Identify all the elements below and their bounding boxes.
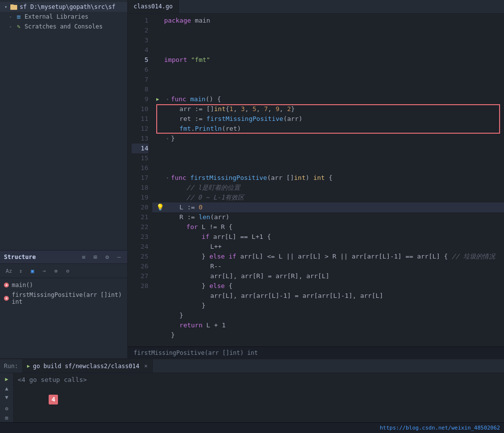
editor-area: class014.go 1 2 3 4 5 6 7 8 9 10 11 12 1… bbox=[128, 0, 504, 358]
sidebar-item-sf-label: sf D:\mysetup\gopath\src\sf bbox=[20, 3, 115, 10]
ln-8: 8 bbox=[132, 85, 148, 94]
run-tab-label: go build sf/newclass2/class014 bbox=[33, 363, 140, 370]
struct-btn-2[interactable]: ↕ bbox=[16, 266, 26, 276]
code-area[interactable]: package main import "fmt" bbox=[152, 14, 504, 346]
structure-close-btn[interactable]: — bbox=[114, 253, 123, 261]
ln-21: 21 bbox=[132, 212, 148, 222]
code-line-25: } bbox=[156, 311, 500, 320]
run-tab-bar: Run: ▶ go build sf/newclass2/class014 ✕ bbox=[0, 359, 504, 373]
editor-content: 1 2 3 4 5 6 7 8 9 10 11 12 13 14 15 16 1… bbox=[128, 14, 504, 346]
run-filter-btn[interactable]: ⊞ bbox=[2, 414, 12, 422]
structure-item-firstmissing-label: firstMissingPositive(arr []int) int bbox=[12, 291, 123, 305]
sidebar: ▾ sf D:\mysetup\gopath\src\sf ▸ ≡ Extern… bbox=[0, 0, 128, 358]
code-line-9: ▾ } bbox=[156, 134, 500, 144]
code-line-24: ▾ } bbox=[156, 301, 500, 311]
code-line-14: 💡 L := 0 bbox=[152, 202, 504, 212]
code-line-8: fmt.Println(ret) bbox=[156, 124, 500, 134]
editor-tabs: class014.go bbox=[128, 0, 504, 14]
code-line-16: ▾ for L != R { bbox=[156, 222, 500, 232]
ln-17: 17 bbox=[132, 173, 148, 183]
folder-icon bbox=[10, 3, 18, 11]
ln-10: 10 bbox=[132, 104, 148, 114]
struct-btn-6[interactable]: ⊖ bbox=[63, 266, 73, 276]
run-down-btn[interactable]: ▼ bbox=[2, 394, 12, 402]
code-line-3: import "fmt" bbox=[156, 55, 500, 65]
run-tab-close-icon[interactable]: ✕ bbox=[144, 363, 148, 369]
run-play-btn[interactable]: ▶ bbox=[2, 375, 12, 383]
folder-arrow-icon-2: ▸ bbox=[8, 14, 14, 20]
editor-tab-label: class014.go bbox=[134, 3, 172, 10]
sidebar-item-external-libraries[interactable]: ▸ ≡ External Libraries bbox=[0, 12, 127, 22]
ln-5: 5 bbox=[132, 55, 148, 65]
code-line-17: ▾ if arr[L] == L+1 { bbox=[156, 232, 500, 242]
structure-icons-row: Az ↕ ▣ → ⊕ ⊖ bbox=[0, 264, 127, 278]
run-output-line-3 bbox=[18, 414, 500, 422]
code-line-10 bbox=[156, 144, 500, 173]
ln-19: 19 bbox=[132, 193, 148, 202]
fold-9[interactable]: ▾ bbox=[164, 135, 171, 142]
code-line-11: ▾ func firstMissingPositive(arr []int) i… bbox=[156, 173, 500, 183]
selection-group: arr := []int{1, 3, 5, 7, 9, 2} ret := fi… bbox=[156, 104, 500, 134]
structure-sort-btn[interactable]: ≡ bbox=[79, 253, 88, 261]
line-numbers: 1 2 3 4 5 6 7 8 9 10 11 12 13 14 15 16 1… bbox=[128, 14, 152, 346]
ln-14: 14 bbox=[132, 144, 148, 153]
sidebar-tree: ▾ sf D:\mysetup\gopath\src\sf ▸ ≡ Extern… bbox=[0, 0, 127, 250]
scratch-icon: ✎ bbox=[15, 23, 23, 30]
sidebar-item-scratches-label: Scratches and Consoles bbox=[25, 23, 103, 30]
run-output-line-1: <4 go setup calls> bbox=[18, 375, 500, 385]
code-line-19: ▾ } else if arr[L] <= L || arr[L] > R ||… bbox=[156, 252, 500, 261]
ln-6: 6 bbox=[132, 65, 148, 75]
result-badge: 4 bbox=[49, 395, 58, 404]
ln-2: 2 bbox=[132, 26, 148, 35]
run-output: <4 go setup calls> 4 Process finished wi… bbox=[14, 373, 504, 422]
run-icon: ▶ bbox=[27, 363, 30, 369]
struct-btn-4[interactable]: → bbox=[39, 266, 49, 276]
sidebar-item-scratches[interactable]: ▸ ✎ Scratches and Consoles bbox=[0, 22, 127, 31]
svg-rect-1 bbox=[10, 4, 14, 6]
ln-26: 26 bbox=[132, 261, 148, 271]
struct-btn-5[interactable]: ⊕ bbox=[51, 266, 61, 276]
code-line-18: L++ bbox=[156, 242, 500, 252]
structure-settings-btn[interactable]: ⚙ bbox=[103, 253, 112, 261]
fold-11[interactable]: ▾ bbox=[164, 174, 171, 181]
ln-15: 15 bbox=[132, 153, 148, 163]
sidebar-item-sf[interactable]: ▾ sf D:\mysetup\gopath\src\sf bbox=[0, 2, 127, 12]
structure-item-main[interactable]: a main() bbox=[0, 280, 127, 290]
ln-28: 28 bbox=[132, 281, 148, 291]
code-line-2 bbox=[156, 26, 500, 55]
ln-22: 22 bbox=[132, 222, 148, 232]
structure-item-firstmissing[interactable]: a firstMissingPositive(arr []int) int bbox=[0, 290, 127, 307]
structure-toolbar: ≡ ⊞ ⚙ — bbox=[79, 253, 123, 261]
editor-tab-class014[interactable]: class014.go bbox=[128, 0, 179, 13]
structure-item-main-label: main() bbox=[12, 282, 33, 289]
struct-btn-3[interactable]: ▣ bbox=[28, 266, 37, 276]
editor-status-text: firstMissingPositive(arr []int) int bbox=[134, 349, 258, 356]
sidebar-item-external-libraries-label: External Libraries bbox=[25, 13, 88, 20]
run-label: Run: bbox=[0, 363, 22, 370]
ln-16: 16 bbox=[132, 163, 148, 173]
structure-group-btn[interactable]: ⊞ bbox=[91, 253, 100, 261]
run-settings-btn[interactable]: ⚙ bbox=[2, 404, 12, 413]
error-indicator-main: a bbox=[4, 283, 9, 288]
ln-3: 3 bbox=[132, 35, 148, 45]
struct-btn-1[interactable]: Az bbox=[4, 266, 14, 276]
ln-12: 12 bbox=[132, 124, 148, 134]
code-line-4 bbox=[156, 65, 500, 94]
library-icon: ≡ bbox=[15, 13, 23, 21]
ln-11: 11 bbox=[132, 114, 148, 124]
run-panel: Run: ▶ go build sf/newclass2/class014 ✕ … bbox=[0, 358, 504, 422]
ln-24: 24 bbox=[132, 242, 148, 252]
code-line-27: ▾ } bbox=[156, 330, 500, 340]
code-line-26: return L + 1 bbox=[156, 320, 500, 330]
folder-arrow-icon: ▾ bbox=[3, 4, 9, 10]
code-line-20: R-- bbox=[156, 261, 500, 271]
structure-header: Structure ≡ ⊞ ⚙ — bbox=[0, 251, 127, 264]
code-line-12: ▾ // l是盯着的位置 bbox=[156, 183, 500, 193]
run-tab-class014[interactable]: ▶ go build sf/newclass2/class014 ✕ bbox=[22, 359, 153, 373]
code-line-1: package main bbox=[156, 16, 500, 26]
run-up-btn[interactable]: ▲ bbox=[2, 384, 12, 393]
run-content: ▶ ▲ ▼ ⚙ ⊞ <4 go setup calls> 4 Process f… bbox=[0, 373, 504, 422]
url-text[interactable]: https://blog.csdn.net/weixin_48502062 bbox=[380, 425, 500, 431]
fold-5[interactable]: ▾ bbox=[164, 96, 171, 103]
code-line-7: ret := firstMissingPositive(arr) bbox=[156, 114, 500, 124]
